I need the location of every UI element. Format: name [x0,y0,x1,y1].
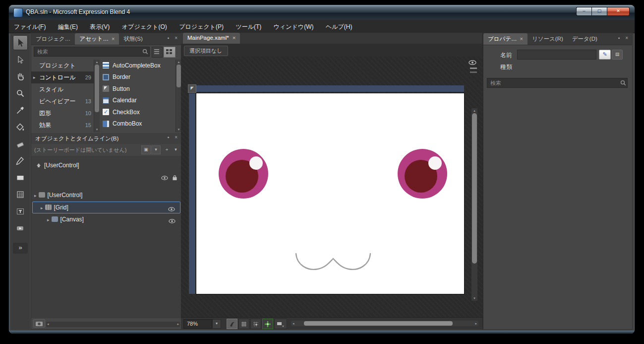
zoom-level-value[interactable]: 78% [183,319,212,329]
tab-assets[interactable]: アセット…× [75,33,119,45]
asset-item-autocompletebox[interactable]: AutoCompleteBox [100,60,176,71]
direct-selection-tool-icon[interactable] [13,52,28,67]
category-behaviors[interactable]: ビヘイビアー13 [31,95,94,107]
tab-states[interactable]: 状態(S) [119,33,147,45]
selection-tool-icon[interactable] [13,35,28,50]
menu-view[interactable]: 表示(V) [85,20,115,33]
tree-row-grid[interactable]: ▸[Grid] [32,202,180,213]
tab-close-icon[interactable]: × [520,36,523,42]
lock-icon[interactable] [172,175,177,181]
panel-pin-close-icons[interactable]: ▪ × [168,135,179,140]
scroll-up-icon[interactable]: ▴ [471,109,477,113]
column-rail[interactable] [196,85,464,92]
tab-properties[interactable]: プロパテ…× [483,33,527,45]
scroll-left-icon[interactable]: ◂ [293,321,294,326]
tab-resources[interactable]: リソース(R) [527,33,568,45]
rectangle-tool-icon[interactable] [13,170,28,185]
category-effects[interactable]: 効果15 [31,119,94,131]
storyboard-dropdown-button[interactable]: ▾ [151,145,161,154]
asset-item-border[interactable]: Border [100,71,176,83]
zoom-tool-icon[interactable] [13,86,28,101]
layout-grid-tool-icon[interactable] [13,187,28,202]
asset-item-button[interactable]: Button [100,83,176,95]
chevron-right-icon[interactable]: ▸ [47,217,50,222]
tree-row-canvas[interactable]: ▸[Canvas] [32,214,180,225]
property-search[interactable] [487,78,628,88]
asset-item-checkbox[interactable]: ✓CheckBox [100,106,176,118]
text-tool-icon[interactable] [13,204,28,219]
snap-to-grid-toggle[interactable] [250,319,261,329]
render-effects-toggle[interactable] [227,319,237,329]
tab-close-icon[interactable]: × [233,35,236,41]
tree-root-row[interactable]: [UserControl] [32,160,180,171]
panel-pin-close-icons[interactable]: ▪ × [618,35,630,41]
scroll-left-icon[interactable]: ◂ [47,322,49,326]
timeline-horizontal-scrollbar[interactable]: ◂ ▸ [46,322,180,327]
menu-window[interactable]: ウィンドウ(W) [269,20,319,33]
name-extra-button[interactable]: ▤ [612,50,623,60]
chevron-right-icon[interactable]: ▸ [41,206,43,210]
menu-object[interactable]: オブジェクト(O) [117,20,172,33]
common-controls-tool-icon[interactable] [13,221,28,236]
xaml-view-divider-icon[interactable] [470,71,477,73]
category-controls[interactable]: ▸コントロール29 [31,71,94,83]
asset-search-input[interactable] [36,48,141,56]
breadcrumb-selection[interactable]: 選択項目なし [184,46,228,56]
menu-tools[interactable]: ツール(T) [231,20,266,33]
asset-search[interactable] [34,47,150,57]
visibility-eye-icon[interactable] [161,175,169,181]
minimize-button[interactable]: – [576,7,591,16]
tab-data[interactable]: データ(D) [568,33,602,45]
menu-edit[interactable]: 編集(E) [53,20,83,33]
asset-item-calendar[interactable]: Calendar [100,95,176,107]
storyboard-picker-button[interactable]: ▣ [141,145,151,154]
scroll-right-icon[interactable]: ▸ [475,321,477,326]
close-button[interactable]: ✕ [607,7,630,16]
grid-adorner-corner[interactable]: ◤ [188,84,196,93]
tab-close-icon[interactable]: × [112,36,115,42]
name-field[interactable] [517,50,596,60]
menu-project[interactable]: プロジェクト(P) [174,20,229,33]
scroll-down-icon[interactable]: ▾ [94,128,100,132]
scroll-up-icon[interactable]: ▴ [94,60,100,64]
eraser-tool-icon[interactable] [13,137,28,151]
pan-tool-icon[interactable] [13,69,28,84]
menu-help[interactable]: ヘルプ(H) [321,20,357,33]
zoom-dropdown-icon[interactable]: ▾ [212,319,221,329]
document-tab[interactable]: MainPage.xaml*× [183,33,240,44]
chevron-right-icon[interactable]: ▸ [34,193,37,198]
snap-to-snaplines-toggle[interactable] [262,319,273,329]
category-project[interactable]: プロジェクト [31,60,94,71]
menu-file[interactable]: ファイル(F) [9,20,51,33]
category-styles[interactable]: スタイル [31,83,94,95]
row-rail[interactable] [189,93,195,294]
maximize-button[interactable]: ▢ [591,7,607,16]
tree-row-usercontrol[interactable]: ▸[UserControl] [32,190,180,201]
split-view-divider-icon[interactable] [470,68,477,69]
pen-tool-icon[interactable] [13,153,28,168]
scroll-right-icon[interactable]: ▸ [177,322,179,326]
asset-list-view-button[interactable] [152,47,163,58]
design-vertical-scrollbar[interactable]: ▴ ▾ [471,108,477,301]
storyboard-menu-icon[interactable]: ▾ [171,145,180,154]
design-horizontal-scrollbar[interactable]: ◂ ▸ [291,321,478,326]
asset-grid-view-button[interactable] [164,47,176,58]
name-edit-button[interactable]: ✎ [599,50,611,60]
visibility-eye-icon[interactable] [169,216,176,227]
timeline-camera-button[interactable] [33,319,45,328]
toolbox-assets-expander[interactable]: » [13,243,28,254]
artboard[interactable] [196,93,464,294]
annotations-button[interactable] [274,319,287,329]
panel-pin-close-icons[interactable]: ▪ × [168,35,179,41]
storyboard-new-button[interactable]: ＋ [162,145,172,154]
category-shapes[interactable]: 図形10 [31,107,94,119]
asset-item-combobox[interactable]: ComboBox [100,118,176,130]
name-input[interactable] [520,51,594,59]
property-search-input[interactable] [489,79,619,87]
show-grid-toggle[interactable] [238,319,249,329]
paint-bucket-tool-icon[interactable] [13,120,28,135]
artboard-eye-toggle[interactable] [468,59,477,68]
eyedropper-tool-icon[interactable] [13,103,28,118]
categories-scrollbar[interactable]: ▴ ▾ [94,60,100,132]
scroll-down-icon[interactable]: ▾ [471,296,477,300]
